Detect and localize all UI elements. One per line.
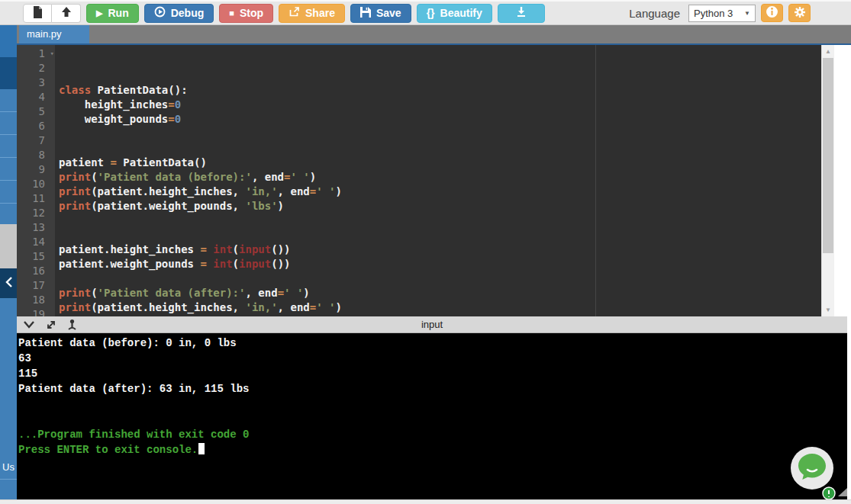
- scrollbar-thumb[interactable]: [823, 58, 833, 253]
- beautify-button-label: Beautify: [440, 7, 482, 19]
- save-icon: [360, 7, 371, 20]
- contact-us-tab[interactable]: Us: [0, 298, 17, 499]
- run-button[interactable]: ▶ Run: [86, 4, 139, 23]
- settings-button[interactable]: [788, 4, 811, 22]
- editor-lines: class PatientData(): height_inches=0 wei…: [59, 83, 821, 316]
- language-select[interactable]: Python 3 ▼: [688, 5, 756, 22]
- debug-icon: [154, 6, 166, 20]
- code-line[interactable]: weight_pounds=0: [59, 112, 821, 127]
- chevron-down-icon: ▼: [744, 10, 750, 17]
- run-button-label: Run: [108, 7, 128, 19]
- console-line: Patient data (after): 63 in, 115 lbs: [18, 381, 847, 396]
- code-line[interactable]: patient.height_inches = int(input()): [59, 242, 821, 257]
- new-file-button[interactable]: [23, 4, 52, 23]
- line-number: 10: [17, 177, 55, 191]
- fold-caret-icon[interactable]: ▾: [50, 47, 54, 61]
- editor-gutter: 1▾2345678910111213141516171819: [17, 45, 55, 316]
- collapse-console-icon[interactable]: [23, 320, 35, 329]
- right-margin: [847, 45, 851, 499]
- stop-button-label: Stop: [240, 7, 263, 19]
- line-number: 3: [17, 75, 55, 90]
- share-icon: [289, 6, 300, 20]
- save-button[interactable]: Save: [350, 4, 411, 23]
- sidebar-collapse-button[interactable]: [0, 268, 17, 298]
- console-line: Press ENTER to exit console.: [18, 442, 847, 457]
- code-line[interactable]: print('Patient data (after):', end=' '): [59, 286, 821, 300]
- save-button-label: Save: [376, 7, 401, 19]
- file-button-group: [23, 4, 81, 23]
- info-button[interactable]: [761, 4, 783, 22]
- stop-button[interactable]: ■ Stop: [219, 4, 273, 23]
- gear-icon: [794, 6, 806, 21]
- code-line[interactable]: print('Patient data (before):', end=' '): [59, 170, 821, 185]
- code-line[interactable]: print(patient.height_inches, 'in,', end=…: [59, 185, 821, 199]
- expand-console-icon[interactable]: [46, 319, 56, 330]
- line-number: 16: [17, 264, 55, 278]
- debug-button[interactable]: Debug: [144, 4, 214, 23]
- line-number: 5: [17, 104, 55, 119]
- line-number: 14: [17, 235, 55, 249]
- console-line: 63: [18, 351, 847, 366]
- code-line[interactable]: class PatientData():: [59, 83, 821, 98]
- chat-bubble-icon: [797, 452, 827, 484]
- code-editor: 1▾2345678910111213141516171819 class Pat…: [17, 45, 834, 316]
- code-line[interactable]: [59, 141, 821, 156]
- console-cursor: [198, 443, 205, 454]
- download-button[interactable]: [498, 4, 545, 23]
- code-line[interactable]: [59, 213, 821, 228]
- scroll-up-arrow[interactable]: ▲: [822, 45, 834, 58]
- console-line: [18, 412, 847, 427]
- line-number: 1▾: [17, 47, 55, 61]
- download-icon: [515, 6, 527, 20]
- sidebar-item-list[interactable]: [0, 89, 17, 224]
- plug-icon[interactable]: [67, 319, 76, 331]
- new-file-icon: [33, 6, 43, 21]
- sidebar-segment-top[interactable]: [0, 25, 17, 57]
- console-line: [18, 396, 847, 412]
- editor-scrollbar[interactable]: ▲ ▼: [821, 45, 834, 316]
- code-line[interactable]: [59, 228, 821, 242]
- code-line[interactable]: height_inches=0: [59, 98, 821, 112]
- share-button[interactable]: Share: [279, 4, 345, 23]
- sidebar-segment-gray: [0, 224, 17, 268]
- code-line[interactable]: print(patient.height_inches, 'in,', end=…: [59, 300, 821, 315]
- line-number: 4: [17, 90, 55, 104]
- code-line[interactable]: patient.weight_pounds = int(input()): [59, 257, 821, 271]
- console-header: input: [17, 316, 847, 333]
- line-number: 13: [17, 220, 55, 235]
- braces-icon: {}: [427, 7, 435, 19]
- language-label: Language: [629, 7, 680, 20]
- code-line[interactable]: patient = PatientData(): [59, 156, 821, 170]
- share-button-label: Share: [305, 7, 335, 19]
- info-icon: [766, 5, 778, 21]
- contact-us-label: Us: [0, 461, 17, 473]
- upload-button[interactable]: [52, 4, 81, 23]
- sidebar-segment-dark[interactable]: [0, 57, 17, 89]
- console-output[interactable]: Patient data (before): 0 in, 0 lbs63115P…: [17, 333, 847, 499]
- debug-button-label: Debug: [171, 7, 205, 19]
- line-number: 19: [17, 307, 55, 316]
- line-number: 9: [17, 162, 55, 177]
- chat-widget-button[interactable]: [791, 447, 833, 490]
- editor-code-area[interactable]: class PatientData(): height_inches=0 wei…: [55, 45, 821, 316]
- line-number: 11: [17, 191, 55, 206]
- code-line[interactable]: print(patient.weight_pounds, 'lbs'): [59, 199, 821, 213]
- code-line[interactable]: [59, 271, 821, 286]
- play-icon: ▶: [96, 9, 102, 18]
- console-input-label: input: [17, 316, 847, 332]
- sidebar-divider: [0, 479, 17, 480]
- language-select-value: Python 3: [694, 8, 733, 19]
- line-number: 15: [17, 249, 55, 264]
- left-sidebar-strip: Us: [0, 25, 17, 499]
- tab-main-py[interactable]: main.py: [19, 25, 89, 43]
- line-number: 18: [17, 293, 55, 307]
- tab-bar: main.py: [0, 25, 851, 45]
- line-number: 8: [17, 148, 55, 162]
- line-number: 17: [17, 278, 55, 293]
- line-number: 6: [17, 119, 55, 133]
- scroll-down-arrow[interactable]: ▼: [822, 303, 834, 316]
- bottom-strip: [0, 499, 851, 504]
- beautify-button[interactable]: {} Beautify: [417, 4, 492, 23]
- chevron-left-icon: [4, 276, 13, 291]
- code-line[interactable]: [59, 127, 821, 141]
